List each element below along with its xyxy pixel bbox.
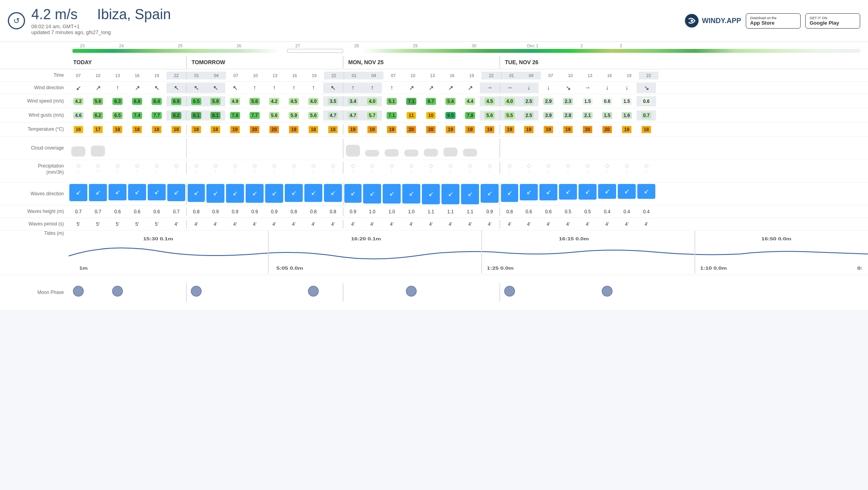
wave-period-cell-12: 4'	[304, 220, 323, 229]
wave-height-cell-10: 0.9	[264, 207, 284, 216]
wind-dir-5: ↖	[166, 83, 186, 93]
wave-dir-cell-14: ↙	[343, 183, 362, 205]
waves-period-data: 5'5'5'5'5'4'4'4'4'4'4'4'4'4'4'4'4'4'4'4'…	[69, 220, 868, 229]
ws-cell-14: 3.4	[343, 96, 362, 106]
cloud-cell-17	[401, 139, 421, 158]
precip-cell-6: ◇-	[186, 162, 206, 174]
cloud-cell-9	[245, 139, 264, 158]
gust-val-27: 1.5	[602, 112, 613, 119]
cloud-cell-27	[597, 139, 617, 158]
ws-val-18: 6.7	[426, 98, 436, 105]
cloud-cell-24	[539, 139, 558, 158]
ws-cell-28: 1.5	[617, 96, 637, 106]
progress-indicator	[287, 49, 343, 53]
ws-cell-10: 4.2	[264, 96, 284, 106]
gust-val-11: 5.9	[289, 112, 299, 119]
wind-dir-21: →	[480, 83, 499, 93]
day-header-data: TODAY TOMORROW MON, NOV 25 TUE, NOV 26	[69, 56, 868, 68]
precip-cell-18: ◇-	[421, 162, 441, 174]
wave-height-cell-5: 0.7	[166, 207, 186, 216]
t07-mon: 07	[383, 72, 403, 79]
gust-cell-18: 10	[421, 110, 441, 121]
google-play-button[interactable]: GET IT ON Google Play	[805, 13, 860, 29]
gust-cell-9: 7.7	[245, 110, 264, 121]
gust-val-5: 8.2	[171, 112, 182, 119]
temp-val-22: 19	[505, 126, 514, 133]
temp-cell-7: 18	[206, 124, 225, 135]
ws-val-8: 4.9	[230, 98, 241, 105]
wave-period-cell-15: 4'	[362, 220, 382, 229]
wind-dir-17: ↗	[401, 83, 421, 93]
svg-text:16:15 0.0m: 16:15 0.0m	[559, 236, 589, 241]
gust-cell-15: 5.7	[362, 110, 382, 121]
ws-val-9: 5.6	[250, 98, 260, 105]
ws-val-21: 4.5	[485, 98, 495, 105]
precip-cell-19: ◇-	[441, 162, 460, 174]
cloud-cell-8	[225, 139, 245, 158]
wind-dir-12: ↑	[304, 83, 323, 93]
temp-val-29: 18	[642, 126, 651, 133]
wave-period-cell-18: 4'	[421, 220, 441, 229]
wind-speed-data: 4.25.66.36.86.46.96.55.94.95.64.24.54.03…	[69, 96, 868, 106]
main-content: TODAY TOMORROW MON, NOV 25 TUE, NOV 26 T…	[0, 55, 868, 310]
precip-cell-26: ◇-	[578, 162, 597, 174]
temp-cell-16: 19	[382, 124, 401, 135]
temp-val-12: 18	[309, 126, 318, 133]
wave-height-cell-17: 1.0	[401, 207, 421, 216]
svg-point-16	[191, 286, 201, 296]
wave-height-cell-23: 0.6	[519, 207, 539, 216]
wave-dir-cell-29: ↙	[637, 183, 656, 205]
cloud-coverage-label: Cloud coverage	[0, 145, 69, 151]
ws-cell-16: 5.1	[382, 96, 401, 106]
t22: 22	[166, 72, 186, 79]
tides-label: Tides (m)	[0, 231, 69, 237]
gust-val-9: 7.7	[250, 112, 260, 119]
svg-point-19	[505, 286, 515, 296]
wave-period-cell-3: 5'	[127, 220, 147, 229]
wave-height-cell-14: 0.9	[343, 207, 362, 216]
gust-cell-25: 2.8	[558, 110, 578, 121]
wind-dir-9: ↑	[245, 83, 264, 93]
date-24: 24	[92, 43, 151, 48]
wave-period-cell-7: 4'	[206, 220, 225, 229]
wind-dir-1: ↗	[88, 83, 108, 93]
gust-val-17: 11	[407, 112, 416, 119]
wave-dir-cell-26: ↙	[578, 183, 597, 205]
wave-height-cell-3: 0.6	[127, 207, 147, 216]
ws-cell-24: 2.9	[539, 96, 558, 106]
wind-speed-location: 4.2 m/s Ibiza, Spain	[31, 6, 171, 23]
wind-dir-15: ↑	[362, 83, 382, 93]
wave-dir-cell-15: ↙	[362, 183, 382, 205]
gust-val-29: 0.7	[641, 112, 652, 119]
wave-dir-cell-13: ↙	[323, 183, 343, 205]
time-today: 07 10 13 16 19 22	[69, 72, 186, 79]
day-header-mon: MON, NOV 25	[343, 56, 499, 68]
temp-cell-2: 18	[108, 124, 127, 135]
temp-cell-11: 19	[284, 124, 304, 135]
temp-val-2: 18	[113, 126, 122, 133]
ws-cell-22: 4.0	[499, 96, 519, 106]
wave-period-cell-0: 5'	[69, 220, 88, 229]
wind-dir-25: ↘	[558, 83, 578, 93]
gust-cell-28: 1.6	[617, 110, 637, 121]
cloud-cell-11	[284, 139, 304, 158]
windy-icon	[685, 14, 699, 28]
gust-cell-14: 4.7	[343, 110, 362, 121]
ws-val-14: 3.4	[348, 98, 358, 105]
precip-cell-2: ◇-	[108, 162, 127, 174]
temp-cell-6: 18	[186, 124, 206, 135]
app-store-button[interactable]: Download on the App Store	[746, 13, 801, 29]
wind-gusts-label: Wind gusts (m/s)	[0, 112, 69, 119]
wave-period-cell-26: 4'	[578, 220, 597, 229]
ws-cell-23: 2.5	[519, 96, 539, 106]
temp-val-15: 19	[367, 126, 376, 133]
cloud-cell-5	[166, 139, 186, 158]
refresh-icon[interactable]: ↺	[8, 12, 25, 29]
wind-dir-29: ↘	[637, 83, 656, 93]
wind-dir-28: ↓	[617, 83, 637, 93]
precip-cell-29: ◇-	[637, 162, 656, 174]
wave-dir-cell-5: ↙	[166, 183, 186, 205]
moon-cell-12	[304, 283, 323, 302]
ws-val-27: 0.6	[602, 98, 613, 105]
tides-svg: 15:30 0.1m 16:20 0.1m 16:15 0.0m 16:50 0…	[69, 231, 868, 274]
